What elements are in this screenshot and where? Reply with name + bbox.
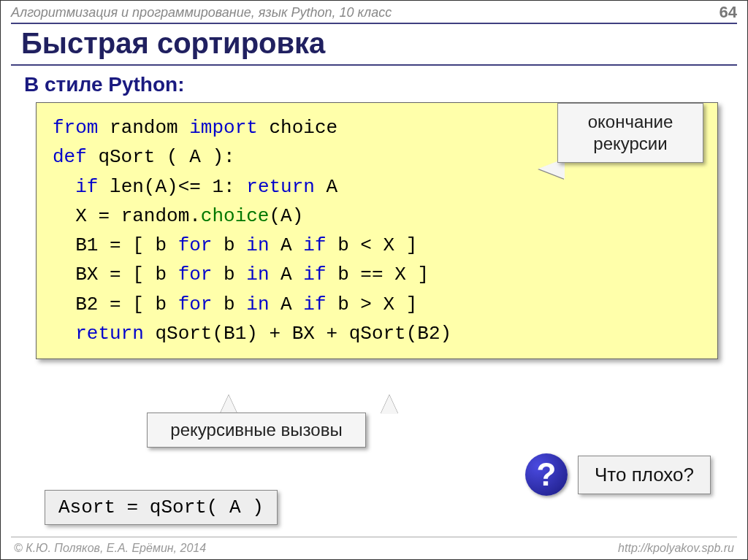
- code-line: B1 = [ b for b in A if b < X ]: [53, 231, 704, 260]
- slide: Алгоритмизация и программирование, язык …: [0, 0, 748, 560]
- callout-end-recursion: окончание рекурсии: [557, 103, 703, 163]
- callout-pointer-icon: [220, 395, 237, 414]
- question-mark-icon: ?: [525, 453, 568, 496]
- page-number: 64: [720, 3, 737, 22]
- callout-pointer-icon: [381, 395, 398, 414]
- divider: [11, 23, 737, 24]
- divider: [11, 64, 737, 66]
- code-line: B2 = [ b for b in A if b > X ]: [53, 290, 704, 319]
- code-line: X = random.choice(A): [53, 202, 704, 231]
- copyright: © К.Ю. Поляков, Е.А. Ерёмин, 2014: [14, 542, 206, 555]
- footer: © К.Ю. Поляков, Е.А. Ерёмин, 2014 http:/…: [1, 542, 747, 555]
- code-line: BX = [ b for b in A if b == X ]: [53, 260, 704, 289]
- question-box: ? Что плохо?: [525, 453, 711, 496]
- header-bar: Алгоритмизация и программирование, язык …: [1, 1, 747, 21]
- code-call-line: Asort = qSort( A ): [45, 490, 278, 525]
- page-title: Быстрая сортировка: [21, 27, 727, 60]
- code-line: return qSort(B1) + BX + qSort(B2): [53, 319, 704, 348]
- question-text: Что плохо?: [578, 456, 711, 494]
- callout-recursive-calls: рекурсивные вызовы: [147, 413, 366, 448]
- footer-url: http://kpolyakov.spb.ru: [618, 542, 734, 555]
- divider: [11, 537, 737, 537]
- course-label: Алгоритмизация и программирование, язык …: [11, 5, 392, 20]
- subtitle: В стиле Python:: [24, 73, 747, 96]
- code-line: if len(A)<= 1: return A: [53, 172, 704, 202]
